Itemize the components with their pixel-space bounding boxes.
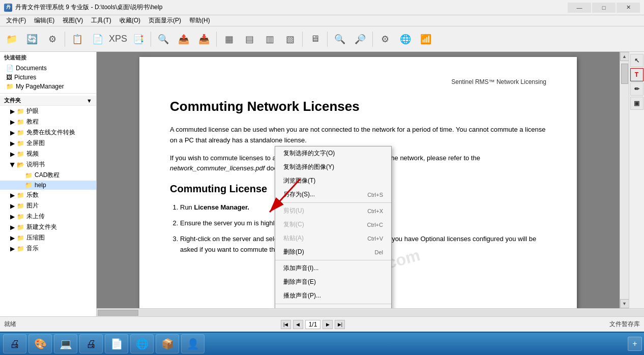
folders-collapse-icon[interactable]: ▼ (86, 98, 92, 104)
toolbar-btn-14[interactable]: ▧ (280, 29, 300, 49)
folder-icon-14: 📁 (17, 245, 24, 252)
taskbar-btn-document[interactable]: 📄 (105, 334, 128, 353)
scroll-down-button[interactable]: ▼ (620, 299, 629, 308)
nav-first[interactable]: |◀ (281, 320, 291, 329)
menu-edit[interactable]: 编辑(E) (30, 15, 58, 26)
ctx-delete-sound[interactable]: 删除声音(E) (275, 275, 391, 289)
sidebar-link-pictures[interactable]: 🖼 Pictures (4, 73, 92, 82)
nav-last[interactable]: ▶| (335, 320, 345, 329)
toolbar-btn-signal[interactable]: 📶 (416, 29, 435, 49)
toolbar-btn-3[interactable]: ⚙ (43, 29, 62, 49)
nav-prev[interactable]: ◀ (293, 320, 303, 329)
quicklinks-title: 快速链接 (4, 54, 92, 62)
toolbar: 📁 🔄 ⚙ 📋 📄 XPS 📑 🔍 📤 📥 ▦ ▤ ▥ ▧ 🖥 🔍 🔎 ⚙ 🌐 … (0, 26, 644, 52)
folder-music[interactable]: ▶ 📁 音乐 (0, 243, 96, 254)
folder-video[interactable]: ▶ 📁 视频 (0, 149, 96, 159)
mypagemanager-label: My PageManager (16, 83, 64, 90)
toolbar-btn-6[interactable]: XPS (108, 29, 128, 49)
folder-pictures[interactable]: ▶ 📁 图片 (0, 200, 96, 211)
folder-hujian[interactable]: ▶ 📁 护眼 (0, 106, 96, 116)
ctx-copy[interactable]: 复制(C) Ctrl+C (275, 218, 391, 231)
main-layout: 快速链接 📄 Documents 🖼 Pictures 📁 My PageMan… (0, 52, 644, 316)
maximize-button[interactable]: □ (592, 3, 616, 13)
folder-convert[interactable]: ▶ 📁 免费在线文件转换 (0, 127, 96, 138)
scroll-up-button[interactable]: ▲ (620, 52, 629, 61)
nav-next[interactable]: ▶ (323, 320, 333, 329)
sidebar-link-mypagemanager[interactable]: 📁 My PageManager (4, 82, 92, 91)
toolbar-btn-web[interactable]: 🌐 (396, 29, 415, 49)
page-navigation: |◀ ◀ 1/1 ▶ ▶| (281, 320, 345, 329)
folder-jiaocheng[interactable]: ▶ 📁 教程 (0, 116, 96, 127)
folder-manual[interactable]: ▶ 📂 说明书 (0, 159, 96, 170)
folder-icon-1: 📁 (17, 108, 24, 115)
close-button[interactable]: ✕ (617, 3, 640, 13)
ctx-play-sound[interactable]: 播放声音(P)... (275, 289, 391, 303)
toolbar-btn-2[interactable]: 🔄 (22, 29, 42, 49)
toolbar-btn-4[interactable]: 📋 (68, 29, 87, 49)
toolbar-btn-7[interactable]: 📑 (129, 29, 148, 49)
documents-label: Documents (16, 65, 47, 72)
taskbar-btn-printer2[interactable]: 🖨 (79, 334, 103, 353)
menu-bar: 文件(F) 编辑(E) 视图(V) 工具(T) 收藏(O) 页面显示(P) 帮助… (0, 15, 644, 26)
ctx-cut[interactable]: 剪切(U) Ctrl+X (275, 204, 391, 218)
menu-file[interactable]: 文件(F) (2, 15, 30, 26)
folder-newfolder[interactable]: ▶ 📁 新建文件夹 (0, 222, 96, 232)
toolbar-btn-5[interactable]: 📄 (88, 29, 107, 49)
folder-help[interactable]: ▶ 📁 help (0, 181, 96, 190)
folder-arrow-14: ▶ (10, 245, 15, 252)
vertical-scrollbar: ▲ ▼ (620, 52, 629, 308)
folder-cad[interactable]: ▶ 📁 CAD教程 (0, 170, 96, 181)
toolbar-btn-13[interactable]: ▥ (260, 29, 279, 49)
tool-text[interactable]: T (630, 68, 643, 81)
menu-favorites[interactable]: 收藏(O) (115, 15, 144, 26)
tool-cursor[interactable]: ↖ (630, 54, 643, 67)
toolbar-btn-12[interactable]: ▤ (240, 29, 259, 49)
ctx-copy-image[interactable]: 复制选择的图像(Y) (275, 160, 391, 174)
menu-tools[interactable]: 工具(T) (87, 15, 115, 26)
toolbar-btn-10[interactable]: 📥 (194, 29, 214, 49)
taskbar-btn-ie[interactable]: 🌐 (130, 334, 154, 353)
toolbar-separator-5 (327, 32, 328, 47)
taskbar-btn-paint[interactable]: 🎨 (28, 334, 52, 353)
folder-fullscreen[interactable]: ▶ 📁 全屏图 (0, 138, 96, 149)
taskbar-btn-user[interactable]: 👤 (181, 334, 204, 353)
folder-compress[interactable]: ▶ 📁 压缩图 (0, 232, 96, 243)
ctx-paste[interactable]: 粘贴(A) Ctrl+V (275, 231, 391, 245)
toolbar-btn-1[interactable]: 📁 (2, 29, 21, 49)
ctx-add-sound[interactable]: 添加声音(I)... (275, 261, 391, 275)
folder-arrow-4: ▶ (10, 140, 15, 147)
folders-title: 文件夹 ▼ (0, 96, 96, 106)
taskbar-btn-archive[interactable]: 📦 (156, 334, 179, 353)
menu-view[interactable]: 视图(V) (58, 15, 87, 26)
h-scroll-thumb[interactable] (98, 310, 138, 316)
ctx-save-as[interactable]: 另存为(S)... Ctrl+S (275, 188, 391, 201)
toolbar-btn-8[interactable]: 🔍 (154, 29, 173, 49)
menu-help[interactable]: 帮助(H) (185, 15, 214, 26)
taskbar-add-button[interactable]: + (628, 337, 642, 351)
ctx-copy-text[interactable]: 复制选择的文字(O) (275, 146, 391, 160)
tool-annotation[interactable]: ▣ (630, 97, 643, 110)
toolbar-btn-11[interactable]: ▦ (219, 29, 239, 49)
horizontal-scrollbar (97, 308, 644, 316)
folder-leshu[interactable]: ▶ 📁 乐数 (0, 190, 96, 200)
ctx-delete[interactable]: 删除(D) Del (275, 245, 391, 259)
scroll-track[interactable] (621, 61, 629, 299)
ctx-browse-image[interactable]: 浏览图像(T) (275, 174, 391, 188)
toolbar-btn-9[interactable]: 📤 (174, 29, 193, 49)
tool-pen[interactable]: ✏ (630, 82, 643, 96)
toolbar-btn-15[interactable]: 🖥 (305, 29, 325, 49)
taskbar: 🖨 🎨 💻 🖨 📄 🌐 📦 👤 + (0, 332, 644, 355)
minimize-button[interactable]: — (568, 3, 591, 13)
toolbar-btn-zoom-in[interactable]: 🔎 (350, 29, 370, 49)
menu-page-display[interactable]: 页面显示(P) (144, 15, 185, 26)
toolbar-btn-settings[interactable]: ⚙ (375, 29, 395, 49)
sidebar-link-documents[interactable]: 📄 Documents (4, 64, 92, 73)
folder-upload[interactable]: ▶ 📁 未上传 (0, 211, 96, 222)
toolbar-separator-2 (151, 32, 151, 47)
taskbar-btn-print[interactable]: 🖨 (3, 334, 26, 353)
ctx-properties[interactable]: 属性(R)... (275, 305, 391, 308)
scroll-thumb[interactable] (621, 64, 628, 84)
taskbar-btn-computer[interactable]: 💻 (54, 334, 77, 353)
toolbar-btn-zoom-out[interactable]: 🔍 (330, 29, 349, 49)
h-scroll-track[interactable] (97, 309, 644, 316)
